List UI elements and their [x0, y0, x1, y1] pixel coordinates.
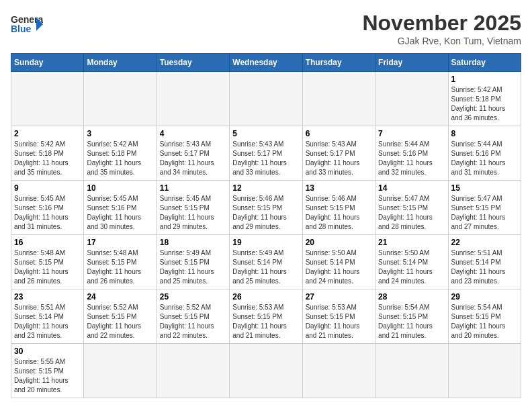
calendar-cell: 28Sunrise: 5:54 AMSunset: 5:15 PMDayligh… [375, 289, 448, 344]
day-info: Sunrise: 5:55 AMSunset: 5:15 PMDaylight:… [14, 357, 81, 395]
day-info: Sunrise: 5:45 AMSunset: 5:16 PMDaylight:… [87, 194, 153, 232]
weekday-header: Thursday [302, 54, 375, 72]
calendar-cell: 24Sunrise: 5:52 AMSunset: 5:15 PMDayligh… [84, 289, 157, 344]
calendar-cell [230, 72, 302, 126]
day-info: Sunrise: 5:42 AMSunset: 5:18 PMDaylight:… [14, 140, 81, 177]
day-info: Sunrise: 5:51 AMSunset: 5:14 PMDaylight:… [14, 303, 81, 340]
day-info: Sunrise: 5:45 AMSunset: 5:15 PMDaylight:… [160, 194, 226, 232]
calendar-cell: 7Sunrise: 5:44 AMSunset: 5:16 PMDaylight… [375, 126, 448, 181]
day-info: Sunrise: 5:51 AMSunset: 5:14 PMDaylight:… [451, 248, 518, 286]
calendar-week-row: 16Sunrise: 5:48 AMSunset: 5:15 PMDayligh… [11, 235, 521, 289]
day-number: 16 [14, 238, 81, 247]
calendar-cell: 23Sunrise: 5:51 AMSunset: 5:14 PMDayligh… [11, 289, 84, 344]
day-info: Sunrise: 5:49 AMSunset: 5:14 PMDaylight:… [232, 248, 299, 286]
weekday-header: Wednesday [230, 54, 302, 72]
weekday-header: Tuesday [157, 54, 229, 72]
day-info: Sunrise: 5:42 AMSunset: 5:18 PMDaylight:… [87, 140, 153, 177]
day-info: Sunrise: 5:44 AMSunset: 5:16 PMDaylight:… [378, 140, 445, 177]
day-number: 2 [14, 129, 81, 138]
calendar-cell: 29Sunrise: 5:54 AMSunset: 5:15 PMDayligh… [448, 289, 521, 344]
calendar-cell [448, 344, 521, 398]
calendar-cell: 8Sunrise: 5:44 AMSunset: 5:16 PMDaylight… [448, 126, 521, 181]
day-info: Sunrise: 5:48 AMSunset: 5:15 PMDaylight:… [14, 248, 81, 286]
day-number: 11 [160, 183, 226, 193]
calendar-cell: 18Sunrise: 5:49 AMSunset: 5:15 PMDayligh… [157, 235, 229, 289]
calendar-week-row: 9Sunrise: 5:45 AMSunset: 5:16 PMDaylight… [11, 181, 521, 235]
day-info: Sunrise: 5:52 AMSunset: 5:15 PMDaylight:… [87, 303, 153, 340]
day-number: 27 [306, 292, 372, 302]
calendar-cell: 19Sunrise: 5:49 AMSunset: 5:14 PMDayligh… [230, 235, 302, 289]
calendar-cell: 1Sunrise: 5:42 AMSunset: 5:18 PMDaylight… [448, 72, 521, 126]
calendar-cell [84, 72, 157, 126]
day-number: 4 [160, 129, 226, 138]
logo-icon: General Blue [11, 11, 43, 38]
svg-text:Blue: Blue [11, 24, 32, 34]
day-number: 14 [378, 183, 445, 193]
day-info: Sunrise: 5:46 AMSunset: 5:15 PMDaylight:… [306, 194, 372, 232]
day-info: Sunrise: 5:48 AMSunset: 5:15 PMDaylight:… [87, 248, 153, 286]
calendar-cell [302, 344, 375, 398]
day-number: 23 [14, 292, 81, 302]
day-info: Sunrise: 5:45 AMSunset: 5:16 PMDaylight:… [14, 194, 81, 232]
day-number: 17 [87, 238, 153, 247]
day-info: Sunrise: 5:44 AMSunset: 5:16 PMDaylight:… [451, 140, 518, 177]
day-number: 5 [232, 129, 299, 138]
day-number: 6 [306, 129, 372, 138]
day-info: Sunrise: 5:46 AMSunset: 5:15 PMDaylight:… [232, 194, 299, 232]
day-number: 21 [378, 238, 445, 247]
day-info: Sunrise: 5:42 AMSunset: 5:18 PMDaylight:… [451, 85, 518, 123]
day-info: Sunrise: 5:50 AMSunset: 5:14 PMDaylight:… [378, 248, 445, 286]
day-info: Sunrise: 5:49 AMSunset: 5:15 PMDaylight:… [160, 248, 226, 286]
calendar-cell [157, 344, 229, 398]
weekday-header: Monday [84, 54, 157, 72]
calendar-cell: 30Sunrise: 5:55 AMSunset: 5:15 PMDayligh… [11, 344, 84, 398]
page-header: General Blue November 2025 GJak Rve, Kon… [11, 11, 521, 46]
day-number: 15 [451, 183, 518, 193]
calendar-cell: 10Sunrise: 5:45 AMSunset: 5:16 PMDayligh… [84, 181, 157, 235]
day-info: Sunrise: 5:52 AMSunset: 5:15 PMDaylight:… [160, 303, 226, 340]
calendar-cell: 25Sunrise: 5:52 AMSunset: 5:15 PMDayligh… [157, 289, 229, 344]
calendar-cell: 4Sunrise: 5:43 AMSunset: 5:17 PMDaylight… [157, 126, 229, 181]
calendar-cell: 3Sunrise: 5:42 AMSunset: 5:18 PMDaylight… [84, 126, 157, 181]
weekday-header-row: SundayMondayTuesdayWednesdayThursdayFrid… [11, 54, 521, 72]
day-info: Sunrise: 5:53 AMSunset: 5:15 PMDaylight:… [232, 303, 299, 340]
day-number: 24 [87, 292, 153, 302]
day-number: 8 [451, 129, 518, 138]
calendar-week-row: 2Sunrise: 5:42 AMSunset: 5:18 PMDaylight… [11, 126, 521, 181]
calendar-week-row: 23Sunrise: 5:51 AMSunset: 5:14 PMDayligh… [11, 289, 521, 344]
day-number: 29 [451, 292, 518, 302]
logo: General Blue [11, 11, 43, 38]
day-number: 25 [160, 292, 226, 302]
calendar-cell: 11Sunrise: 5:45 AMSunset: 5:15 PMDayligh… [157, 181, 229, 235]
day-info: Sunrise: 5:43 AMSunset: 5:17 PMDaylight:… [160, 140, 226, 177]
day-number: 1 [451, 75, 518, 84]
calendar-cell: 21Sunrise: 5:50 AMSunset: 5:14 PMDayligh… [375, 235, 448, 289]
calendar-cell: 27Sunrise: 5:53 AMSunset: 5:15 PMDayligh… [302, 289, 375, 344]
day-number: 18 [160, 238, 226, 247]
day-number: 7 [378, 129, 445, 138]
calendar-cell: 26Sunrise: 5:53 AMSunset: 5:15 PMDayligh… [230, 289, 302, 344]
calendar-cell: 12Sunrise: 5:46 AMSunset: 5:15 PMDayligh… [230, 181, 302, 235]
location: GJak Rve, Kon Tum, Vietnam [362, 36, 521, 46]
calendar-cell: 9Sunrise: 5:45 AMSunset: 5:16 PMDaylight… [11, 181, 84, 235]
title-section: November 2025 GJak Rve, Kon Tum, Vietnam [362, 11, 521, 46]
day-number: 20 [306, 238, 372, 247]
day-info: Sunrise: 5:43 AMSunset: 5:17 PMDaylight:… [306, 140, 372, 177]
calendar-cell [302, 72, 375, 126]
calendar-week-row: 30Sunrise: 5:55 AMSunset: 5:15 PMDayligh… [11, 344, 521, 398]
month-title: November 2025 [362, 11, 521, 36]
calendar-cell [375, 72, 448, 126]
day-info: Sunrise: 5:47 AMSunset: 5:15 PMDaylight:… [451, 194, 518, 232]
day-number: 10 [87, 183, 153, 193]
calendar-cell: 2Sunrise: 5:42 AMSunset: 5:18 PMDaylight… [11, 126, 84, 181]
calendar-table: SundayMondayTuesdayWednesdayThursdayFrid… [11, 53, 521, 398]
day-info: Sunrise: 5:50 AMSunset: 5:14 PMDaylight:… [306, 248, 372, 286]
day-info: Sunrise: 5:43 AMSunset: 5:17 PMDaylight:… [232, 140, 299, 177]
calendar-cell [157, 72, 229, 126]
day-number: 9 [14, 183, 81, 193]
day-info: Sunrise: 5:54 AMSunset: 5:15 PMDaylight:… [378, 303, 445, 340]
calendar-week-row: 1Sunrise: 5:42 AMSunset: 5:18 PMDaylight… [11, 72, 521, 126]
calendar-cell: 16Sunrise: 5:48 AMSunset: 5:15 PMDayligh… [11, 235, 84, 289]
calendar-cell [84, 344, 157, 398]
day-info: Sunrise: 5:47 AMSunset: 5:15 PMDaylight:… [378, 194, 445, 232]
